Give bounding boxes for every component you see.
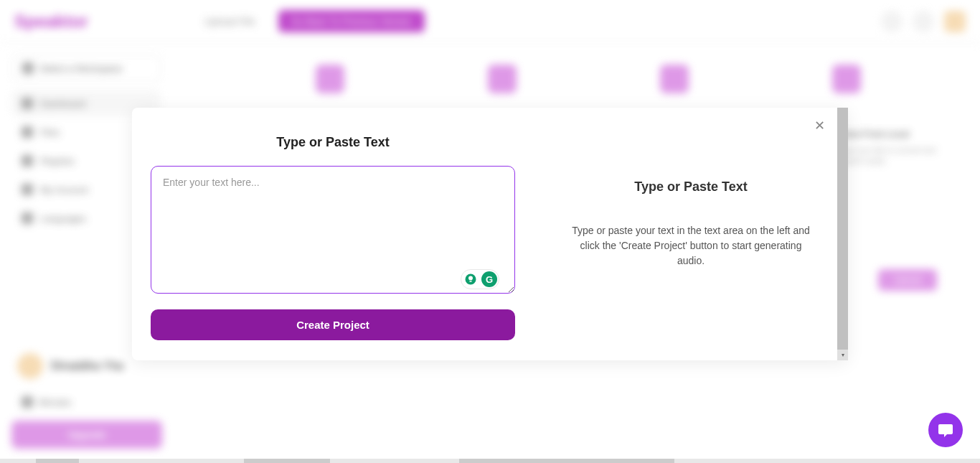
modal-overlay: ▾ ✕ Type or Paste Text G Create Project xyxy=(0,0,980,463)
lightbulb-icon[interactable] xyxy=(463,271,479,287)
modal-left-title: Type or Paste Text xyxy=(151,135,515,150)
create-project-button[interactable]: Create Project xyxy=(151,309,515,340)
type-text-modal: ▾ ✕ Type or Paste Text G Create Project xyxy=(132,108,848,360)
modal-scrollbar[interactable]: ▾ xyxy=(837,108,848,360)
modal-right-description: Type or paste your text in the text area… xyxy=(570,223,812,268)
modal-left-panel: Type or Paste Text G Create Project xyxy=(132,108,534,360)
grammarly-icon[interactable]: G xyxy=(481,271,497,287)
grammar-extension-badges: G xyxy=(461,269,499,289)
scroll-down-icon[interactable]: ▾ xyxy=(837,350,848,360)
chat-widget-button[interactable] xyxy=(928,413,963,447)
scroll-thumb[interactable] xyxy=(837,108,848,352)
text-input[interactable] xyxy=(151,166,515,294)
modal-right-panel: Type or Paste Text Type or paste your te… xyxy=(534,108,848,360)
modal-right-title: Type or Paste Text xyxy=(570,179,812,195)
chat-icon xyxy=(937,421,954,439)
close-icon[interactable]: ✕ xyxy=(814,119,825,132)
